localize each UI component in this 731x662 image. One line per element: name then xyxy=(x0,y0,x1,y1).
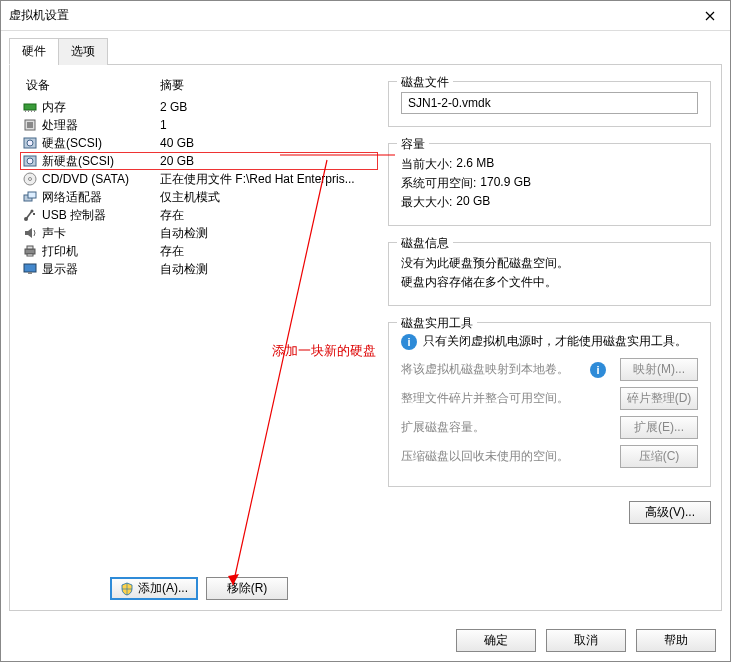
device-summary: 自动检测 xyxy=(160,261,376,278)
header-device: 设备 xyxy=(20,77,160,94)
svg-rect-21 xyxy=(24,264,36,272)
svg-rect-4 xyxy=(34,110,35,112)
device-name: 硬盘(SCSI) xyxy=(42,135,160,152)
net-icon xyxy=(22,189,38,205)
svg-point-8 xyxy=(27,140,33,146)
svg-rect-2 xyxy=(28,110,29,112)
svg-rect-14 xyxy=(28,192,36,198)
info-icon: i xyxy=(590,362,606,378)
device-summary: 存在 xyxy=(160,207,376,224)
max-size-label: 最大大小: xyxy=(401,194,452,211)
compact-text: 压缩磁盘以回收未使用的空间。 xyxy=(401,448,612,465)
detail-panel: 磁盘文件 SJN1-2-0.vmdk 容量 当前大小:2.6 MB 系统可用空间… xyxy=(388,75,711,600)
cancel-button[interactable]: 取消 xyxy=(546,629,626,652)
disk-tools-legend: 磁盘实用工具 xyxy=(397,315,477,332)
device-name: 网络适配器 xyxy=(42,189,160,206)
disk-info-line2: 硬盘内容存储在多个文件中。 xyxy=(401,274,698,291)
device-name: USB 控制器 xyxy=(42,207,160,224)
disk-info-line1: 没有为此硬盘预分配磁盘空间。 xyxy=(401,255,698,272)
add-button-label: 添加(A)... xyxy=(138,580,188,597)
device-row-6[interactable]: USB 控制器存在 xyxy=(20,206,378,224)
hdd-icon xyxy=(22,135,38,151)
device-row-9[interactable]: 显示器自动检测 xyxy=(20,260,378,278)
expand-button: 扩展(E)... xyxy=(620,416,698,439)
free-space-value: 170.9 GB xyxy=(480,175,531,192)
svg-rect-20 xyxy=(27,254,33,256)
device-row-3[interactable]: 新硬盘(SCSI)20 GB xyxy=(20,152,378,170)
device-summary: 40 GB xyxy=(160,136,376,150)
device-name: 打印机 xyxy=(42,243,160,260)
device-row-0[interactable]: 内存2 GB xyxy=(20,98,378,116)
shield-icon xyxy=(120,582,134,596)
device-row-4[interactable]: CD/DVD (SATA)正在使用文件 F:\Red Hat Enterpris… xyxy=(20,170,378,188)
device-row-5[interactable]: 网络适配器仅主机模式 xyxy=(20,188,378,206)
current-size-label: 当前大小: xyxy=(401,156,452,173)
ok-button[interactable]: 确定 xyxy=(456,629,536,652)
device-summary: 仅主机模式 xyxy=(160,189,376,206)
device-panel: 设备 摘要 内存2 GB处理器1硬盘(SCSI)40 GB新硬盘(SCSI)20… xyxy=(20,75,378,600)
device-summary: 存在 xyxy=(160,243,376,260)
help-button[interactable]: 帮助 xyxy=(636,629,716,652)
device-name: 显示器 xyxy=(42,261,160,278)
sound-icon xyxy=(22,225,38,241)
tools-warning: 只有关闭虚拟机电源时，才能使用磁盘实用工具。 xyxy=(423,333,687,350)
current-size-value: 2.6 MB xyxy=(456,156,494,173)
svg-rect-19 xyxy=(27,246,33,249)
defrag-button: 碎片整理(D) xyxy=(620,387,698,410)
device-name: 内存 xyxy=(42,99,160,116)
disk-info-group: 磁盘信息 没有为此硬盘预分配磁盘空间。 硬盘内容存储在多个文件中。 xyxy=(388,242,711,306)
svg-point-16 xyxy=(31,210,34,213)
svg-rect-6 xyxy=(27,122,33,128)
tab-options[interactable]: 选项 xyxy=(58,38,108,65)
device-row-8[interactable]: 打印机存在 xyxy=(20,242,378,260)
tab-hardware[interactable]: 硬件 xyxy=(9,38,59,65)
hdd-icon xyxy=(22,153,38,169)
svg-rect-3 xyxy=(31,110,32,112)
disk-tools-group: 磁盘实用工具 i 只有关闭虚拟机电源时，才能使用磁盘实用工具。 将该虚拟机磁盘映… xyxy=(388,322,711,487)
svg-rect-18 xyxy=(25,249,35,254)
memory-icon xyxy=(22,99,38,115)
capacity-legend: 容量 xyxy=(397,136,429,153)
device-summary: 20 GB xyxy=(160,154,376,168)
usb-icon xyxy=(22,207,38,223)
device-summary: 2 GB xyxy=(160,100,376,114)
svg-rect-17 xyxy=(33,213,35,215)
max-size-value: 20 GB xyxy=(456,194,490,211)
defrag-text: 整理文件碎片并整合可用空间。 xyxy=(401,390,612,407)
device-list-header: 设备 摘要 xyxy=(20,75,378,98)
compact-button: 压缩(C) xyxy=(620,445,698,468)
device-summary: 正在使用文件 F:\Red Hat Enterpris... xyxy=(160,171,376,188)
device-list[interactable]: 内存2 GB处理器1硬盘(SCSI)40 GB新硬盘(SCSI)20 GBCD/… xyxy=(20,98,378,569)
free-space-label: 系统可用空间: xyxy=(401,175,476,192)
map-text: 将该虚拟机磁盘映射到本地卷。 xyxy=(401,361,582,378)
device-name: 声卡 xyxy=(42,225,160,242)
tab-strip: 硬件 选项 xyxy=(9,37,722,65)
svg-point-10 xyxy=(27,158,33,164)
svg-point-12 xyxy=(29,178,32,181)
device-name: 处理器 xyxy=(42,117,160,134)
svg-rect-1 xyxy=(25,110,26,112)
device-name: 新硬盘(SCSI) xyxy=(42,153,160,170)
device-name: CD/DVD (SATA) xyxy=(42,172,160,186)
device-summary: 自动检测 xyxy=(160,225,376,242)
device-summary: 1 xyxy=(160,118,376,132)
device-row-1[interactable]: 处理器1 xyxy=(20,116,378,134)
cpu-icon xyxy=(22,117,38,133)
window-title: 虚拟机设置 xyxy=(9,7,690,24)
expand-text: 扩展磁盘容量。 xyxy=(401,419,612,436)
device-row-2[interactable]: 硬盘(SCSI)40 GB xyxy=(20,134,378,152)
disk-file-group: 磁盘文件 SJN1-2-0.vmdk xyxy=(388,81,711,127)
printer-icon xyxy=(22,243,38,259)
advanced-button[interactable]: 高级(V)... xyxy=(629,501,711,524)
map-button[interactable]: 映射(M)... xyxy=(620,358,698,381)
close-button[interactable] xyxy=(690,1,730,31)
display-icon xyxy=(22,261,38,277)
remove-button-label: 移除(R) xyxy=(227,580,268,597)
disk-file-field[interactable]: SJN1-2-0.vmdk xyxy=(401,92,698,114)
device-row-7[interactable]: 声卡自动检测 xyxy=(20,224,378,242)
svg-rect-22 xyxy=(28,272,32,274)
disk-file-legend: 磁盘文件 xyxy=(397,74,453,91)
add-button[interactable]: 添加(A)... xyxy=(110,577,198,600)
capacity-group: 容量 当前大小:2.6 MB 系统可用空间:170.9 GB 最大大小:20 G… xyxy=(388,143,711,226)
cd-icon xyxy=(22,171,38,187)
